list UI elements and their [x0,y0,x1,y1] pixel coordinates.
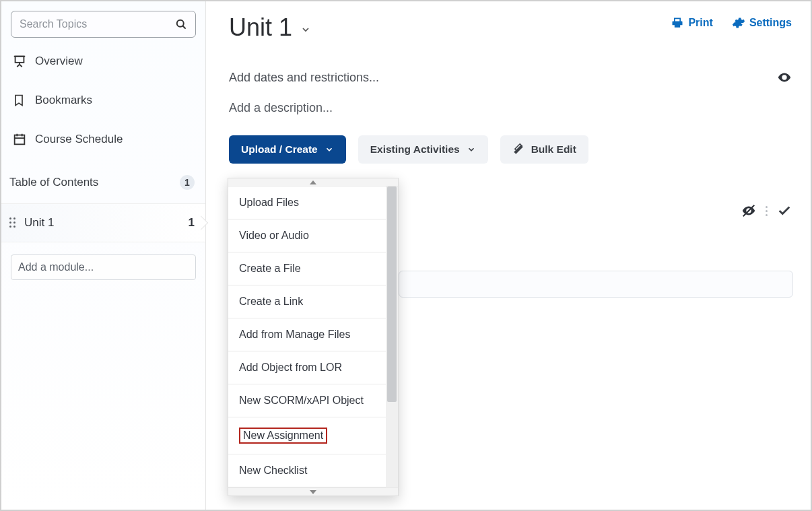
bookmark-icon [12,93,35,108]
dropdown-item-new-checklist[interactable]: New Checklist [228,454,386,487]
hidden-eye-icon[interactable] [741,203,756,218]
sidebar-item-schedule[interactable]: Course Schedule [1,120,205,159]
more-options-icon[interactable] [766,206,768,216]
dropdown-item-upload-files[interactable]: Upload Files [228,186,386,219]
gear-icon [732,16,745,30]
app-frame: Overview Bookmarks Course Schedule Table… [0,0,812,511]
svg-marker-12 [310,180,316,184]
sidebar-item-bookmarks[interactable]: Bookmarks [1,81,205,120]
svg-rect-7 [15,135,25,145]
bulk-edit-label: Bulk Edit [531,143,576,156]
upload-create-button[interactable]: Upload / Create [229,135,346,164]
dropdown-item-scorm[interactable]: New SCORM/xAPI Object [228,384,386,417]
toc-label: Table of Contents [9,176,98,189]
calendar-icon [12,132,35,147]
settings-button[interactable]: Settings [732,16,792,30]
existing-activities-button[interactable]: Existing Activities [358,135,488,164]
svg-rect-3 [15,57,24,63]
dropdown-item-create-file[interactable]: Create a File [228,252,386,285]
overview-label: Overview [35,55,83,68]
sidebar: Overview Bookmarks Course Schedule Table… [1,1,206,510]
dropdown-scroll-up[interactable] [228,178,398,186]
svg-marker-13 [310,490,316,494]
settings-label: Settings [749,17,792,29]
bookmarks-label: Bookmarks [35,94,92,107]
upload-create-label: Upload / Create [241,143,318,156]
add-description-link[interactable]: Add a description... [229,101,333,114]
unit-count: 1 [189,216,195,230]
dropdown-item-create-link[interactable]: Create a Link [228,285,386,318]
page-title: Unit 1 [229,13,292,42]
dropdown-item-new-assignment[interactable]: New Assignment [228,417,386,454]
add-submodule-input[interactable] [399,271,793,298]
printer-icon [671,16,684,30]
search-icon [174,18,189,31]
presentation-icon [12,54,35,69]
svg-line-6 [20,65,22,67]
visibility-eye-icon[interactable] [777,70,792,85]
print-label: Print [688,17,712,29]
svg-point-0 [177,20,184,27]
sidebar-item-unit1[interactable]: Unit 1 1 [1,204,205,242]
content-toolbar: Upload / Create Existing Activities Bulk… [229,135,792,164]
sidebar-item-overview[interactable]: Overview [1,42,205,81]
add-module-input[interactable]: Add a module... [11,254,196,280]
content-item-controls [741,203,792,218]
add-dates-link[interactable]: Add dates and restrictions... [229,71,379,85]
toc-count-badge: 1 [180,175,195,190]
highlight-box: New Assignment [239,428,327,444]
bulk-edit-icon [512,143,525,156]
schedule-label: Course Schedule [35,133,123,146]
bulk-edit-button[interactable]: Bulk Edit [500,135,588,164]
dropdown-item-video-audio[interactable]: Video or Audio [228,219,386,252]
dropdown-scrollbar[interactable] [386,186,398,487]
existing-activities-label: Existing Activities [370,143,460,156]
sidebar-item-toc[interactable]: Table of Contents 1 [1,162,205,204]
chevron-down-icon [467,145,476,154]
add-module-placeholder: Add a module... [18,261,94,273]
dropdown-item-manage-files[interactable]: Add from Manage Files [228,318,386,351]
print-button[interactable]: Print [671,16,712,30]
dropdown-scroll-down[interactable] [228,487,398,496]
svg-line-1 [183,26,186,29]
upload-create-dropdown: Upload Files Video or Audio Create a Fil… [228,178,399,496]
unit-label: Unit 1 [24,216,54,230]
checkmark-icon[interactable] [777,203,792,218]
title-chevron-icon[interactable] [300,24,311,35]
scrollbar-thumb[interactable] [387,186,397,402]
drag-handle-icon[interactable] [9,217,16,228]
dropdown-item-lor[interactable]: Add Object from LOR [228,351,386,384]
dropdown-list: Upload Files Video or Audio Create a Fil… [228,186,386,487]
search-box[interactable] [11,11,196,38]
search-input[interactable] [18,18,174,31]
chevron-down-icon [325,145,334,154]
